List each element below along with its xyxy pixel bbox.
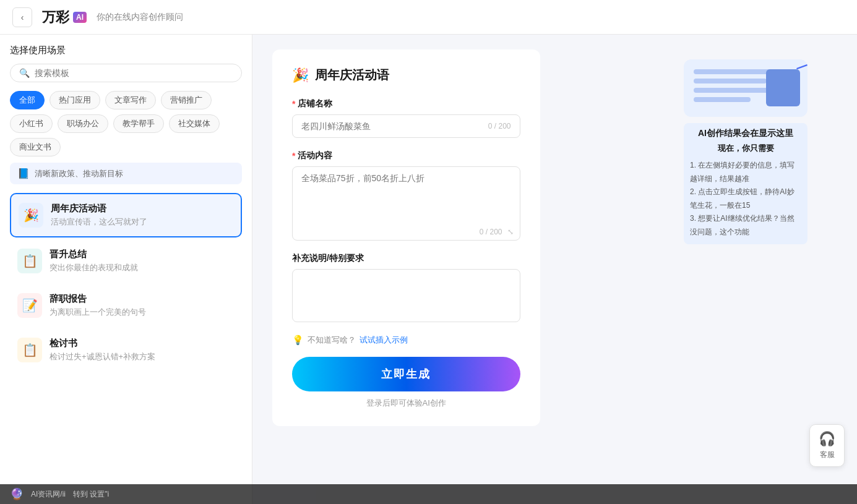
template-icon-promotion: 📋 — [17, 249, 42, 273]
main-content: 🎉 周年庆活动语 * 店铺名称 0 / 200 — [252, 35, 560, 504]
policy-icon: 📘 — [17, 168, 30, 179]
sidebar: 选择使用场景 🔍 全部 热门应用 文章写作 营销推广 小红书 职场办公 教学帮手… — [0, 35, 252, 504]
template-info-promotion: 晋升总结 突出你最佳的表现和成就 — [50, 249, 235, 273]
store-name-field: * 店铺名称 0 / 200 — [292, 98, 520, 138]
tag-article[interactable]: 文章写作 — [105, 91, 156, 109]
tag-teaching[interactable]: 教学帮手 — [113, 114, 164, 133]
form-title-icon: 🎉 — [292, 67, 309, 83]
illustration-card: ⟶ AI创作结果会在显示这里 现在，你只需要 1. 在左侧填好必要的信息，填写越… — [684, 59, 807, 244]
line-2 — [694, 79, 767, 83]
result-block — [766, 69, 800, 106]
form-title: 🎉 周年庆活动语 — [292, 67, 520, 83]
logo-text: 万彩 — [42, 8, 69, 27]
step-3: 3. 想要让AI继续优化结果？当然没问题，这个功能 — [690, 212, 801, 239]
customer-service-button[interactable]: 🎧 客服 — [809, 424, 845, 467]
template-desc-promotion: 突出你最佳的表现和成就 — [50, 262, 235, 273]
back-button[interactable]: ‹ — [12, 7, 32, 27]
template-info-resignation: 辞职报告 为离职画上一个完美的句号 — [50, 293, 235, 318]
tags-row: 全部 热门应用 文章写作 营销推广 小红书 职场办公 教学帮手 社交媒体 商业文… — [10, 91, 242, 156]
template-name-resignation: 辞职报告 — [50, 293, 235, 305]
store-name-required: * — [292, 99, 295, 109]
store-name-label-text: 店铺名称 — [298, 98, 332, 109]
activity-required: * — [292, 151, 295, 161]
supplement-area — [292, 269, 520, 322]
step-2: 2. 点击立即生成按钮，静待AI妙笔生花，一般在15 — [690, 186, 801, 212]
activity-content-input-wrapper: 0 / 200 ⤡ — [292, 166, 520, 241]
store-name-input[interactable] — [301, 121, 488, 131]
hint-row: 💡 不知道写啥？ 试试插入示例 — [292, 335, 520, 346]
search-box: 🔍 — [10, 64, 242, 82]
template-item-review[interactable]: 📋 检讨书 检讨过失+诚恩认错+补救方案 — [10, 329, 242, 371]
back-icon: ‹ — [21, 12, 24, 22]
template-icon-resignation: 📝 — [17, 293, 42, 318]
template-icon-review: 📋 — [17, 338, 42, 362]
activity-content-label-text: 活动内容 — [298, 150, 332, 161]
supplement-label-text: 补充说明/特别要求 — [292, 253, 364, 264]
policy-text: 清晰新政策、推动新目标 — [35, 168, 123, 179]
tag-office[interactable]: 职场办公 — [58, 114, 108, 133]
bottom-text-2: 转到 设置"i — [73, 489, 109, 500]
tag-business[interactable]: 商业文书 — [10, 138, 61, 156]
bottom-text: AI资讯网/ii — [31, 489, 66, 500]
step-1: 1. 在左侧填好必要的信息，填写越详细，结果越准 — [690, 159, 801, 186]
logo-ai-badge: AI — [73, 12, 87, 23]
line-4 — [694, 97, 751, 102]
bottom-bar: 🔮 AI资讯网/ii 转到 设置"i — [0, 484, 857, 504]
activity-content-field: * 活动内容 0 / 200 ⤡ — [292, 150, 520, 241]
main-layout: 选择使用场景 🔍 全部 热门应用 文章写作 营销推广 小红书 职场办公 教学帮手… — [0, 35, 857, 504]
template-icon-anniversary: 🎉 — [19, 203, 43, 228]
template-name-review: 检讨书 — [50, 338, 235, 349]
logo: 万彩 AI — [42, 8, 87, 27]
sidebar-title: 选择使用场景 — [10, 45, 242, 56]
template-info-review: 检讨书 检讨过失+诚恩认错+补救方案 — [50, 338, 235, 362]
hint-icon: 💡 — [292, 335, 304, 346]
steps-content: AI创作结果会在显示这里 现在，你只需要 1. 在左侧填好必要的信息，填写越详细… — [690, 128, 801, 239]
line-3 — [694, 88, 777, 93]
tag-marketing[interactable]: 营销推广 — [161, 91, 212, 109]
template-item-promotion[interactable]: 📋 晋升总结 突出你最佳的表现和成就 — [10, 240, 242, 282]
result-illustration: ⟶ — [684, 59, 807, 117]
hint-text: 不知道写啥？ — [308, 335, 356, 346]
header: ‹ 万彩 AI 你的在线内容创作顾问 — [0, 0, 857, 35]
ai-steps: 1. 在左侧填好必要的信息，填写越详细，结果越准 2. 点击立即生成按钮，静待A… — [690, 159, 801, 239]
resize-icon: ⤡ — [507, 228, 514, 236]
login-hint: 登录后即可体验AI创作 — [292, 398, 520, 409]
generate-button[interactable]: 立即生成 — [292, 357, 520, 391]
template-desc-resignation: 为离职画上一个完美的句号 — [50, 307, 235, 318]
policy-banner: 📘 清晰新政策、推动新目标 — [10, 163, 242, 184]
template-info-anniversary: 周年庆活动语 活动宣传语，这么写就对了 — [51, 203, 233, 228]
activity-content-textarea[interactable] — [293, 167, 520, 223]
header-subtitle: 你的在线内容创作顾问 — [97, 12, 183, 23]
tag-all[interactable]: 全部 — [10, 91, 45, 109]
activity-char-count: 0 / 200 — [480, 228, 502, 236]
search-icon: 🔍 — [19, 68, 30, 78]
tag-xiaohongshu[interactable]: 小红书 — [10, 114, 53, 133]
template-name-promotion: 晋升总结 — [50, 249, 235, 260]
activity-content-footer: 0 / 200 ⤡ — [293, 225, 520, 240]
cs-icon: 🎧 — [819, 431, 835, 447]
template-item-anniversary[interactable]: 🎉 周年庆活动语 活动宣传语，这么写就对了 — [10, 193, 242, 237]
template-desc-anniversary: 活动宣传语，这么写就对了 — [51, 216, 233, 228]
activity-content-label: * 活动内容 — [292, 150, 520, 161]
ai-hint-title: AI创作结果会在显示这里 — [690, 128, 801, 139]
template-desc-review: 检讨过失+诚恩认错+补救方案 — [50, 351, 235, 362]
store-name-input-wrapper: 0 / 200 — [292, 114, 520, 138]
steps-box: AI创作结果会在显示这里 现在，你只需要 1. 在左侧填好必要的信息，填写越详细… — [684, 123, 807, 244]
store-name-label: * 店铺名称 — [292, 98, 520, 109]
ai-hint-subtitle: 现在，你只需要 — [690, 143, 801, 154]
template-name-anniversary: 周年庆活动语 — [51, 203, 233, 215]
insert-example-link[interactable]: 试试插入示例 — [360, 335, 408, 346]
tag-hot[interactable]: 热门应用 — [50, 91, 100, 109]
bottom-logo: 🔮 — [10, 487, 24, 501]
supplement-field: 补充说明/特别要求 — [292, 253, 520, 322]
template-item-resignation[interactable]: 📝 辞职报告 为离职画上一个完美的句号 — [10, 284, 242, 327]
template-list: 🎉 周年庆活动语 活动宣传语，这么写就对了 📋 晋升总结 突出你最佳的表现和成就… — [10, 193, 242, 371]
cs-label: 客服 — [820, 450, 835, 460]
tag-social[interactable]: 社交媒体 — [169, 114, 220, 133]
form-title-text: 周年庆活动语 — [315, 67, 389, 83]
supplement-textarea[interactable] — [293, 270, 520, 319]
search-input[interactable] — [35, 68, 233, 78]
supplement-label: 补充说明/特别要求 — [292, 253, 520, 264]
form-card: 🎉 周年庆活动语 * 店铺名称 0 / 200 — [272, 49, 540, 426]
store-name-char-count: 0 / 200 — [488, 122, 511, 130]
